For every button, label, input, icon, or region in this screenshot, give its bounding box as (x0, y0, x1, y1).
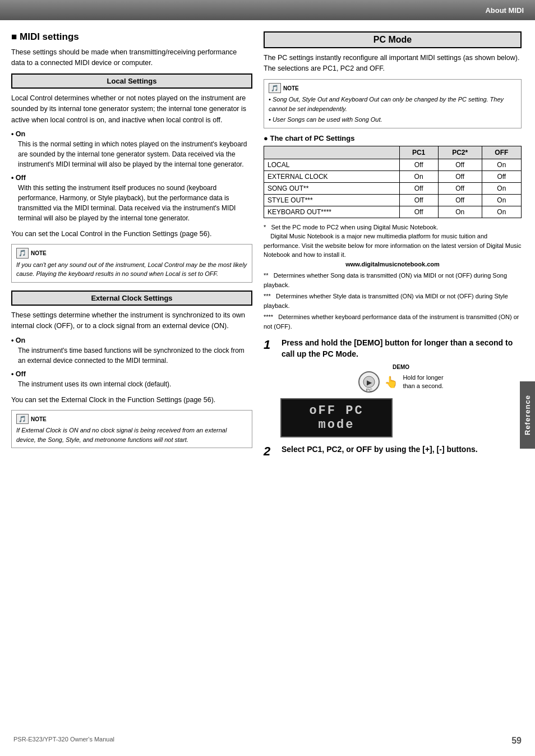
footnote-url: www.digitalmusicnotebook.com (264, 260, 522, 269)
footer-page: 59 (511, 736, 522, 746)
demo-caption: Hold for longerthan a second. (403, 374, 443, 391)
local-settings-heading: Local Settings (11, 73, 252, 89)
local-settings-note: 🎵 NOTE If you can't get any sound out of… (11, 244, 252, 283)
header-title: About MIDI (485, 6, 524, 15)
page-footer: PSR-E323/YPT-320 Owner's Manual 59 (0, 736, 535, 746)
footnote-star: * Set the PC mode to PC2 when using Digi… (264, 223, 522, 269)
note-icon-2: 🎵 (16, 414, 29, 425)
note-icon-3: 🎵 (269, 83, 281, 94)
footer-model: PSR-E323/YPT-320 Owner's Manual (13, 736, 114, 746)
step-2: 2 Select PC1, PC2, or OFF by using the [… (264, 444, 522, 458)
demo-illustration: DEMO ▶ PC 👆 Hold for longerthan a second… (280, 364, 522, 393)
local-settings-section: Local Settings Local Control determines … (11, 73, 252, 283)
midi-settings-intro: These settings should be made when trans… (11, 47, 252, 69)
external-clock-section: External Clock Settings These settings d… (11, 291, 252, 449)
local-footer-text: You can set the Local Control in the Fun… (11, 229, 252, 239)
external-clock-body: These settings determine whether the ins… (11, 310, 252, 332)
top-header-bar: About MIDI (0, 0, 535, 20)
footnote-triple-star: *** Determines whether Style data is tra… (264, 292, 522, 310)
step-1: 1 Press and hold the [DEMO] button for l… (264, 338, 522, 359)
local-settings-body: Local Control determines whether or not … (11, 93, 252, 126)
ext-clock-on-text: The instrument's time based functions wi… (11, 345, 252, 366)
pc-mode-note: 🎵 NOTE • Song Out, Style Out and Keyboar… (264, 79, 522, 128)
chart-title: The chart of PC Settings (264, 134, 522, 142)
pc-mode-display: oFF PC mode (280, 398, 393, 437)
table-header-pc2: PC2* (438, 146, 482, 159)
demo-button-wrap: ▶ PC 👆 Hold for longerthan a second. (358, 371, 443, 393)
step-2-text: Select PC1, PC2, or OFF by using the [+]… (282, 444, 478, 455)
external-clock-note: 🎵 NOTE If External Clock is ON and no cl… (11, 410, 252, 449)
midi-settings-section: MIDI settings These settings should be m… (11, 31, 252, 69)
demo-button-circle: ▶ PC (358, 371, 380, 393)
local-on-label: • On (11, 130, 252, 138)
local-on-text: This is the normal setting in which note… (11, 139, 252, 169)
table-row: STYLE OUT*** Off Off On (264, 194, 522, 206)
external-clock-heading: External Clock Settings (11, 291, 252, 306)
ext-clock-footer-text: You can set the External Clock in the Fu… (11, 395, 252, 405)
pc-note-line-2: • User Songs can be used with Song Out. (269, 115, 516, 125)
table-row: SONG OUT** Off Off On (264, 182, 522, 194)
step-1-text: Press and hold the [DEMO] button for lon… (282, 338, 522, 359)
hand-icon: 👆 (384, 375, 398, 389)
right-column: PC Mode The PC settings instantly reconf… (264, 31, 522, 462)
svg-text:▶: ▶ (367, 379, 372, 386)
local-off-text: With this setting the instrument itself … (11, 183, 252, 223)
ext-clock-off-label: • Off (11, 370, 252, 378)
table-row: KEYBOARD OUT**** Off On On (264, 206, 522, 218)
footnote-quad-star: **** Determines whether keyboard perform… (264, 312, 522, 331)
pc-mode-intro: The PC settings instantly reconfigure al… (264, 53, 522, 75)
ext-clock-off-text: The instrument uses its own internal clo… (11, 379, 252, 389)
table-header-empty (264, 146, 400, 159)
main-content: MIDI settings These settings should be m… (0, 20, 535, 473)
note-icon: 🎵 (16, 248, 29, 259)
table-header-off: OFF (482, 146, 521, 159)
table-row: EXTERNAL CLOCK On Off Off (264, 170, 522, 182)
footnote-double-star: ** Determines whether Song data is trans… (264, 271, 522, 289)
pc-note-line-1: • Song Out, Style Out and Keyboard Out c… (269, 95, 516, 113)
ext-clock-on-label: • On (11, 336, 252, 344)
ext-clock-note-text: If External Clock is ON and no clock sig… (16, 427, 227, 443)
local-off-label: • Off (11, 174, 252, 182)
step-1-number: 1 (264, 339, 276, 351)
left-column: MIDI settings These settings should be m… (11, 31, 252, 462)
side-tab-reference: Reference (520, 381, 535, 449)
table-header-pc1: PC1 (399, 146, 438, 159)
table-row: LOCAL Off Off On (264, 159, 522, 170)
pc-small-label: PC (366, 388, 372, 393)
pc-mode-heading: PC Mode (264, 31, 522, 48)
demo-label: DEMO (393, 364, 409, 370)
pc-settings-table: PC1 PC2* OFF LOCAL Off Off On EXTERNAL C… (264, 146, 522, 218)
demo-button-icon: ▶ (363, 376, 375, 388)
local-note-text: If you can't get any sound out of the in… (16, 261, 247, 278)
footnotes: * Set the PC mode to PC2 when using Digi… (264, 223, 522, 331)
step-2-number: 2 (264, 445, 276, 458)
midi-settings-title: MIDI settings (11, 31, 252, 43)
